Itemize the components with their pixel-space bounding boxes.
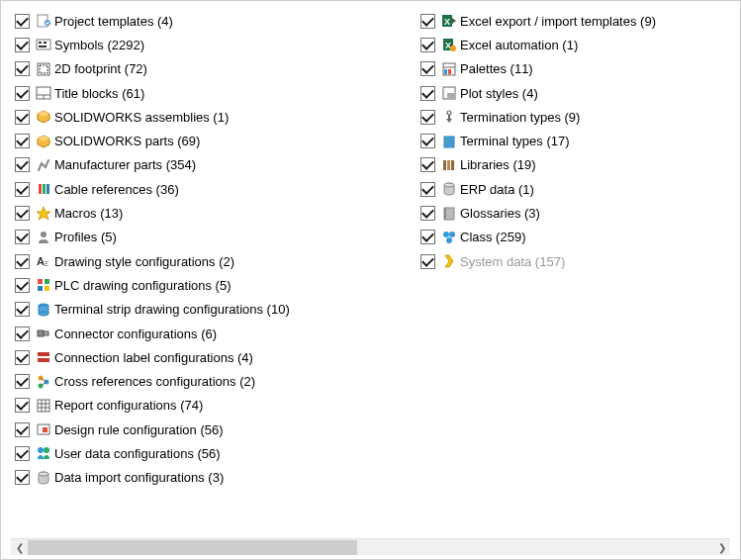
svg-rect-63 (444, 140, 454, 143)
svg-text:X: X (444, 17, 450, 27)
list-item[interactable]: Report configurations (74) (15, 394, 420, 418)
cross-ref-icon (36, 374, 51, 390)
checkbox[interactable] (15, 110, 30, 125)
checkbox[interactable] (15, 230, 30, 244)
list-item[interactable]: Connection label configurations (4) (15, 345, 420, 369)
item-label: SOLIDWORKS parts (69) (54, 134, 200, 148)
list-item[interactable]: AΞDrawing style configurations (2) (15, 249, 420, 273)
list-item[interactable]: SOLIDWORKS assemblies (1) (15, 105, 420, 129)
item-label: User data configurations (56) (54, 446, 221, 461)
list-item[interactable]: Manufacturer parts (354) (15, 153, 420, 177)
item-label: Terminal types (17) (460, 134, 570, 148)
checkbox[interactable] (15, 254, 30, 269)
svg-rect-57 (448, 69, 451, 74)
item-label: Manufacturer parts (354) (54, 157, 196, 172)
list-item[interactable]: Termination types (9) (420, 105, 736, 129)
checkbox[interactable] (420, 182, 435, 197)
list-item[interactable]: 2D footprint (72) (15, 57, 420, 81)
svg-rect-44 (43, 427, 47, 432)
svg-rect-5 (39, 46, 46, 47)
checkbox[interactable] (420, 254, 435, 269)
item-label: Palettes (11) (460, 61, 533, 76)
checkbox[interactable] (15, 157, 30, 172)
checkbox[interactable] (15, 350, 30, 365)
list-item[interactable]: Design rule configuration (56) (15, 418, 420, 441)
checkbox[interactable] (420, 110, 435, 125)
checkbox[interactable] (15, 374, 30, 389)
list-item[interactable]: Profiles (5) (15, 226, 420, 249)
list-item[interactable]: Palettes (11) (420, 57, 736, 81)
list-item[interactable]: Glossaries (3) (420, 201, 736, 225)
item-label: Report configurations (74) (54, 398, 203, 413)
svg-point-74 (446, 237, 452, 243)
list-item[interactable]: Terminal strip drawing configurations (1… (15, 298, 420, 322)
svg-rect-56 (444, 69, 447, 74)
item-label: SOLIDWORKS assemblies (1) (54, 110, 229, 125)
checkbox[interactable] (420, 14, 435, 29)
checkbox[interactable] (15, 61, 30, 76)
svg-point-69 (444, 183, 454, 187)
checkbox[interactable] (15, 327, 30, 341)
checkbox[interactable] (15, 422, 30, 437)
list-item[interactable]: User data configurations (56) (15, 441, 420, 465)
list-item[interactable]: PLC drawing configurations (5) (15, 273, 420, 297)
list-item[interactable]: ERP data (1) (420, 177, 736, 201)
item-label: Connector configurations (6) (54, 327, 217, 341)
svg-rect-31 (38, 352, 49, 356)
checkbox[interactable] (15, 14, 30, 29)
list-item[interactable]: SOLIDWORKS parts (69) (15, 129, 420, 152)
checkbox[interactable] (15, 398, 30, 413)
list-item[interactable]: XExcel export / import templates (9) (420, 9, 736, 33)
checkbox[interactable] (15, 446, 30, 461)
item-label: Connection label configurations (4) (54, 350, 253, 365)
item-label: Cable references (36) (54, 182, 179, 197)
item-label: Glossaries (3) (460, 206, 540, 221)
horizontal-scrollbar[interactable]: ❮ ❯ (11, 538, 730, 555)
list-item[interactable]: Symbols (2292) (15, 33, 420, 56)
symbols-icon (36, 37, 51, 52)
checkbox[interactable] (15, 302, 30, 317)
checkbox[interactable] (420, 206, 435, 221)
checkbox[interactable] (420, 134, 435, 148)
checkbox[interactable] (15, 38, 30, 52)
checkbox[interactable] (15, 278, 30, 293)
list-item[interactable]: Cross references configurations (2) (15, 369, 420, 393)
checkbox[interactable] (420, 157, 435, 172)
checkbox[interactable] (420, 86, 435, 101)
checkbox[interactable] (15, 86, 30, 101)
checkbox[interactable] (420, 230, 435, 244)
svg-rect-4 (44, 42, 46, 44)
scroll-thumb[interactable] (28, 540, 357, 555)
library-icon (441, 157, 457, 173)
list-item[interactable]: Class (259) (420, 226, 736, 249)
checkbox[interactable] (15, 134, 30, 148)
list-item[interactable]: Macros (13) (15, 201, 420, 225)
item-label: System data (157) (460, 254, 565, 269)
list-item[interactable]: Libraries (19) (420, 153, 736, 177)
checkbox[interactable] (420, 38, 435, 52)
title-block-icon (36, 85, 51, 101)
checkbox[interactable] (420, 61, 435, 76)
list-item[interactable]: Connector configurations (6) (15, 322, 420, 345)
svg-rect-30 (44, 331, 48, 335)
checkbox[interactable] (15, 470, 30, 485)
svg-point-45 (38, 447, 44, 453)
list-item[interactable]: Data import configurations (3) (15, 466, 420, 490)
list-item[interactable]: Cable references (36) (15, 177, 420, 201)
svg-rect-64 (444, 144, 454, 147)
svg-point-48 (39, 472, 48, 476)
checkbox[interactable] (15, 182, 30, 197)
list-item[interactable]: Title blocks (61) (15, 81, 420, 105)
scroll-track[interactable] (28, 539, 713, 555)
list-item[interactable]: XExcel automation (1) (420, 33, 736, 56)
scroll-left-button[interactable]: ❮ (11, 539, 28, 556)
list-item[interactable]: Plot styles (4) (420, 81, 736, 105)
item-label: Project templates (4) (54, 14, 173, 29)
svg-rect-24 (38, 286, 43, 291)
list-item[interactable]: System data (157) (420, 249, 736, 273)
list-item[interactable]: Terminal types (17) (420, 129, 736, 152)
scroll-right-button[interactable]: ❯ (713, 539, 730, 556)
list-item[interactable]: Project templates (4) (15, 9, 420, 33)
checkbox[interactable] (15, 206, 30, 221)
item-label: Class (259) (460, 230, 525, 244)
